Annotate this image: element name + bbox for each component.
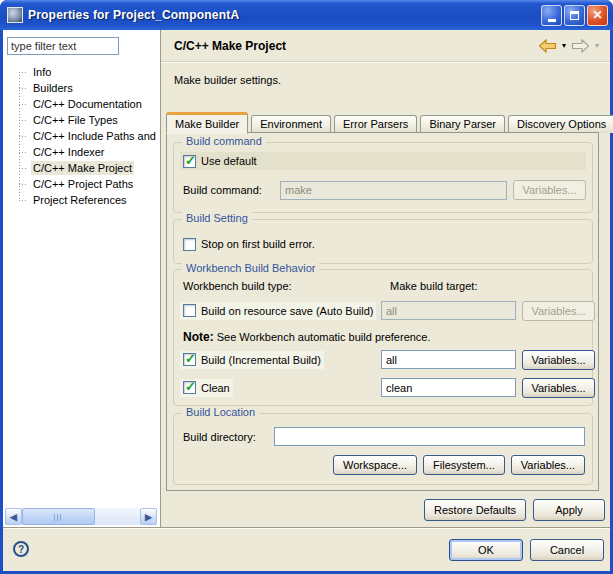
stop-on-error-label: Stop on first build error. xyxy=(201,238,315,250)
ok-button[interactable]: OK xyxy=(449,539,523,561)
back-dropdown-icon[interactable]: ▾ xyxy=(562,42,566,50)
content-panel: C/C++ Make Project ▾ ▾ Make builder sett… xyxy=(161,30,610,527)
tree-item-c-c-include-paths-and[interactable]: C/C++ Include Paths and xyxy=(11,128,158,144)
page-description: Make builder settings. xyxy=(174,74,281,86)
workbench-build-behavior-group: Workbench Build Behavior Workbench build… xyxy=(173,269,593,406)
tree-item-label: C/C++ Make Project xyxy=(31,161,134,175)
build-command-variables-button[interactable]: Variables... xyxy=(513,180,586,200)
clean-label: Clean xyxy=(201,382,230,394)
sidebar: InfoBuildersC/C++ DocumentationC/C++ Fil… xyxy=(3,30,161,527)
clean-checkbox[interactable] xyxy=(183,381,196,394)
tree-item-c-c-documentation[interactable]: C/C++ Documentation xyxy=(11,96,158,112)
titlebar: Properties for Project_ComponentA ✕ xyxy=(0,0,613,30)
tree-item-project-references[interactable]: Project References xyxy=(11,192,158,208)
tab-discovery-options[interactable]: Discovery Options xyxy=(508,115,613,133)
back-arrow-icon[interactable] xyxy=(538,39,557,53)
tree-item-c-c-project-paths[interactable]: C/C++ Project Paths xyxy=(11,176,158,192)
filesystem-button[interactable]: Filesystem... xyxy=(423,455,505,475)
build-directory-label: Build directory: xyxy=(183,431,274,443)
tree-item-builders[interactable]: Builders xyxy=(11,80,158,96)
stop-on-error-row[interactable]: Stop on first build error. xyxy=(180,235,318,253)
cancel-button[interactable]: Cancel xyxy=(530,539,604,561)
tree-item-label: C/C++ Project Paths xyxy=(31,177,135,191)
minimize-button[interactable] xyxy=(541,5,562,26)
dialog-footer: ? OK Cancel xyxy=(3,527,610,571)
build-command-group: Build command Use default Build command:… xyxy=(173,142,593,213)
tree-item-label: C/C++ Indexer xyxy=(31,145,107,159)
incremental-build-row[interactable]: Build (Incremental Build) xyxy=(180,351,324,369)
auto-build-variables-button[interactable]: Variables... xyxy=(522,301,595,321)
scrollbar-thumb[interactable] xyxy=(22,508,95,525)
make-builder-tab-content: Build command Use default Build command:… xyxy=(166,132,599,491)
tab-error-parsers[interactable]: Error Parsers xyxy=(334,115,417,133)
incremental-build-checkbox[interactable] xyxy=(183,353,196,366)
properties-tree: InfoBuildersC/C++ DocumentationC/C++ Fil… xyxy=(11,64,158,208)
auto-build-row[interactable]: Build on resource save (Auto Build) xyxy=(180,302,376,320)
use-default-label: Use default xyxy=(201,155,257,167)
auto-build-target-input[interactable] xyxy=(381,301,516,320)
stop-on-error-checkbox[interactable] xyxy=(183,238,196,251)
scroll-left-icon[interactable]: ◀ xyxy=(5,508,22,525)
workbench-note: Note: See Workbench automatic build pref… xyxy=(183,330,431,344)
tab-bar: Make BuilderEnvironmentError ParsersBina… xyxy=(166,111,599,133)
tree-item-label: C/C++ Documentation xyxy=(31,97,144,111)
scrollbar-track[interactable] xyxy=(22,508,140,525)
maximize-icon xyxy=(570,11,579,20)
scroll-right-icon[interactable]: ▶ xyxy=(140,508,157,525)
tab-binary-parser[interactable]: Binary Parser xyxy=(420,115,505,133)
build-directory-input[interactable] xyxy=(274,427,585,446)
restore-defaults-button[interactable]: Restore Defaults xyxy=(424,499,526,521)
build-command-group-title: Build command xyxy=(182,135,266,147)
build-command-input[interactable] xyxy=(280,181,507,200)
help-icon[interactable]: ? xyxy=(13,541,29,557)
minimize-icon xyxy=(548,19,556,22)
tree-item-label: C/C++ Include Paths and xyxy=(31,129,158,143)
auto-build-label: Build on resource save (Auto Build) xyxy=(201,305,373,317)
page-header: C/C++ Make Project ▾ ▾ xyxy=(161,30,610,62)
build-location-group: Build Location Build directory: Workspac… xyxy=(173,413,593,485)
auto-build-checkbox[interactable] xyxy=(183,304,196,317)
build-setting-group-title: Build Setting xyxy=(182,212,252,224)
build-command-label: Build command: xyxy=(183,184,280,196)
clean-target-input[interactable] xyxy=(381,378,516,397)
tree-item-c-c-make-project[interactable]: C/C++ Make Project xyxy=(11,160,158,176)
incremental-variables-button[interactable]: Variables... xyxy=(522,350,595,370)
properties-dialog: Properties for Project_ComponentA ✕ Info… xyxy=(0,0,613,574)
use-default-checkbox[interactable] xyxy=(183,155,196,168)
build-setting-group: Build Setting Stop on first build error. xyxy=(173,219,593,264)
forward-dropdown-icon[interactable]: ▾ xyxy=(595,42,599,50)
tab-make-builder[interactable]: Make Builder xyxy=(166,112,248,134)
apply-button[interactable]: Apply xyxy=(533,499,605,521)
build-location-group-title: Build Location xyxy=(182,406,259,418)
dialog-body: InfoBuildersC/C++ DocumentationC/C++ Fil… xyxy=(3,30,610,571)
tab-environment[interactable]: Environment xyxy=(251,115,331,133)
maximize-button[interactable] xyxy=(564,5,585,26)
page-title: C/C++ Make Project xyxy=(174,39,538,53)
window-title: Properties for Project_ComponentA xyxy=(28,8,541,22)
filter-input[interactable] xyxy=(7,37,119,55)
tree-item-c-c-file-types[interactable]: C/C++ File Types xyxy=(11,112,158,128)
workbench-build-type-header: Workbench build type: xyxy=(183,280,292,292)
use-default-row[interactable]: Use default xyxy=(180,152,586,170)
make-build-target-header: Make build target: xyxy=(390,280,477,292)
note-label: Note: xyxy=(183,330,214,344)
build-location-variables-button[interactable]: Variables... xyxy=(511,455,585,475)
horizontal-scrollbar[interactable]: ◀ ▶ xyxy=(5,508,157,525)
tree-item-c-c-indexer[interactable]: C/C++ Indexer xyxy=(11,144,158,160)
forward-arrow-icon[interactable] xyxy=(571,39,590,53)
tree-item-label: Info xyxy=(31,65,53,79)
tree-item-label: Builders xyxy=(31,81,75,95)
close-button[interactable]: ✕ xyxy=(587,5,608,26)
incremental-target-input[interactable] xyxy=(381,350,516,369)
workspace-button[interactable]: Workspace... xyxy=(333,455,417,475)
tree-item-label: C/C++ File Types xyxy=(31,113,120,127)
incremental-build-label: Build (Incremental Build) xyxy=(201,354,321,366)
window-icon xyxy=(7,7,23,23)
clean-variables-button[interactable]: Variables... xyxy=(522,378,595,398)
note-text: See Workbench automatic build preference… xyxy=(217,331,431,343)
tree-item-label: Project References xyxy=(31,193,129,207)
tree-item-info[interactable]: Info xyxy=(11,64,158,80)
clean-row[interactable]: Clean xyxy=(180,379,233,397)
workbench-group-title: Workbench Build Behavior xyxy=(182,262,319,274)
